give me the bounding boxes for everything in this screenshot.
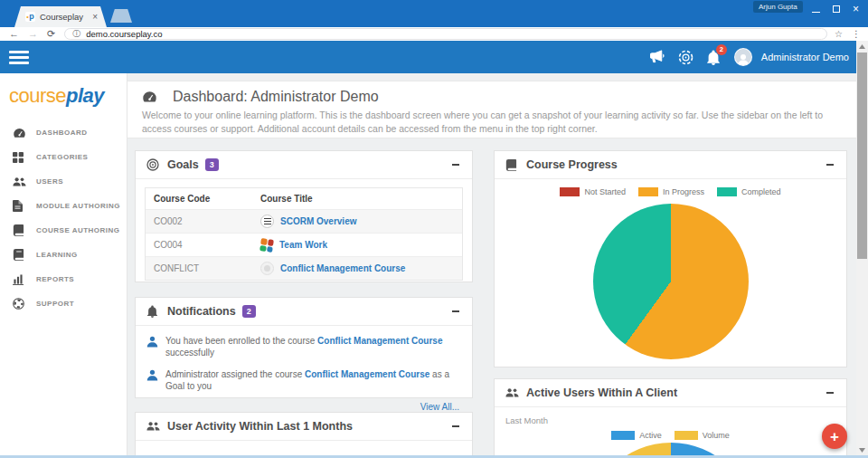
legend-swatch-in-progress (638, 187, 658, 196)
sidebar-item-learning[interactable]: LEARNING (0, 243, 127, 267)
bell-badge: 2 (716, 44, 727, 55)
notifications-panel-header: Notifications 2 (136, 298, 472, 326)
scroll-down-icon[interactable] (856, 444, 868, 455)
menu-hamburger-icon[interactable] (9, 48, 29, 67)
notifications-bell-icon[interactable]: 2 (706, 50, 722, 65)
table-row: CO002 SCORM Overview (146, 209, 462, 233)
list-item: You have been enrolled to the course Con… (146, 335, 461, 358)
person-icon (146, 336, 158, 350)
browser-profile-chip[interactable]: Arjun Gupta (753, 1, 803, 13)
forward-icon[interactable]: → (28, 29, 38, 39)
sidebar-item-support[interactable]: SUPPORT (0, 291, 127, 316)
new-tab-button[interactable] (110, 9, 132, 23)
courseplay-favicon-icon: •p (25, 12, 35, 22)
table-row: CO004 Team Work (146, 233, 462, 256)
page-header: Dashboard: Administrator Demo Welcome to… (127, 81, 856, 138)
course-progress-legend: Not Started In Progress Completed (495, 187, 846, 196)
sidebar-item-categories[interactable]: CATEGORIES (0, 145, 127, 169)
users-icon (146, 420, 160, 433)
collapse-active-users-button[interactable] (825, 387, 835, 398)
collapse-user-activity-button[interactable] (450, 421, 461, 432)
legend-swatch-not-started (560, 187, 580, 196)
page-title: Dashboard: Administrator Demo (173, 89, 379, 105)
goals-count-badge: 3 (205, 158, 219, 171)
tachometer-icon (13, 127, 26, 139)
url-bar[interactable]: ⓘ demo.courseplay.co (64, 28, 827, 40)
logged-in-user-name[interactable]: Administrator Demo (761, 52, 849, 62)
dashboard-icon (142, 91, 158, 103)
sidebar-item-module-authoring[interactable]: MODULE AUTHORING (0, 194, 127, 218)
maximize-icon[interactable] (833, 5, 840, 13)
notifications-count-badge: 2 (242, 305, 256, 318)
user-avatar[interactable] (734, 48, 752, 66)
book-icon (13, 249, 26, 262)
legend-swatch-completed (717, 187, 737, 196)
page-scrollbar[interactable] (856, 41, 868, 458)
user-activity-title: User Activity Within Last 1 Months (167, 420, 353, 433)
tab-title: Courseplay (40, 12, 90, 22)
generic-course-icon (260, 262, 274, 275)
screen: •p Courseplay × Arjun Gupta × ← → ⟳ ⓘ de… (0, 0, 868, 458)
add-button[interactable]: + (822, 424, 847, 449)
minimize-icon[interactable] (812, 12, 820, 13)
course-link[interactable]: Team Work (279, 240, 327, 250)
course-progress-pie-chart[interactable] (593, 204, 749, 359)
grid-icon (13, 151, 26, 164)
legend-swatch-volume (675, 431, 698, 440)
collapse-goals-button[interactable] (450, 159, 461, 170)
course-link[interactable]: Conflict Management Course (305, 369, 429, 379)
plus-icon: + (830, 429, 839, 444)
course-link[interactable]: SCORM Overview (280, 216, 356, 226)
bookmark-star-icon[interactable]: ☆ (835, 30, 843, 39)
back-icon[interactable]: ← (9, 29, 19, 39)
goals-panel-header: Goals 3 (136, 151, 472, 179)
legend-swatch-active (611, 431, 635, 440)
tab-close-icon[interactable]: × (90, 12, 99, 23)
notifications-panel: Notifications 2 You have been enrolled t… (135, 297, 473, 398)
goals-panel: Goals 3 Course Code Course Title CO002 S… (135, 150, 473, 282)
active-users-legend: Active Volume (495, 431, 846, 440)
sidebar-item-reports[interactable]: REPORTS (0, 267, 127, 291)
course-link[interactable]: Conflict Management Course (280, 263, 405, 273)
bell-icon (146, 305, 160, 318)
sidebar-item-dashboard[interactable]: DASHBOARD (0, 120, 127, 145)
page-description: Welcome to your online learning platform… (142, 109, 840, 136)
goals-table-header: Course Code Course Title (146, 188, 462, 209)
scroll-up-icon[interactable] (856, 41, 868, 52)
collapse-notifications-button[interactable] (450, 306, 461, 317)
goals-title: Goals (167, 158, 199, 171)
active-users-panel: Active Users Within A Client Last Month … (494, 378, 847, 458)
active-users-subtitle: Last Month (495, 407, 846, 425)
table-row: CONFLICT Conflict Management Course (146, 256, 462, 280)
users-icon (505, 386, 519, 399)
announcements-megaphone-icon[interactable] (650, 50, 665, 65)
file-icon (13, 200, 26, 213)
notifications-title: Notifications (167, 305, 236, 318)
book-icon (505, 158, 519, 171)
bar-chart-icon (13, 273, 26, 286)
browser-menu-icon[interactable]: ⋮ (852, 30, 861, 39)
course-progress-title: Course Progress (526, 158, 618, 171)
window-controls: × (812, 0, 863, 18)
user-activity-panel-header: User Activity Within Last 1 Months (136, 413, 472, 441)
sidebar-item-users[interactable]: USERS (0, 169, 127, 194)
page-title-row: Dashboard: Administrator Demo (142, 89, 840, 105)
active-users-panel-header: Active Users Within A Client (495, 379, 846, 407)
person-icon (146, 369, 158, 384)
site-info-icon[interactable]: ⓘ (72, 30, 80, 38)
reload-icon[interactable]: ⟳ (47, 29, 55, 39)
browser-tab[interactable]: •p Courseplay × (14, 6, 107, 27)
courseplay-logo[interactable]: courseplay (9, 84, 127, 108)
users-icon (13, 176, 26, 188)
scrollbar-thumb[interactable] (857, 52, 867, 259)
target-disc-icon[interactable] (678, 50, 693, 65)
user-activity-panel: User Activity Within Last 1 Months (135, 412, 473, 458)
url-text: demo.courseplay.co (86, 29, 162, 39)
course-link[interactable]: Conflict Management Course (317, 336, 442, 346)
sidebar: courseplay DASHBOARD CATEGORIES USERS MO… (0, 73, 127, 458)
close-window-icon[interactable]: × (853, 4, 859, 14)
view-all-link[interactable]: View All... (146, 402, 461, 412)
collapse-course-progress-button[interactable] (825, 159, 835, 170)
course-progress-panel: Course Progress Not Started In Progress … (494, 150, 847, 367)
sidebar-item-course-authoring[interactable]: COURSE AUTHORING (0, 218, 127, 243)
